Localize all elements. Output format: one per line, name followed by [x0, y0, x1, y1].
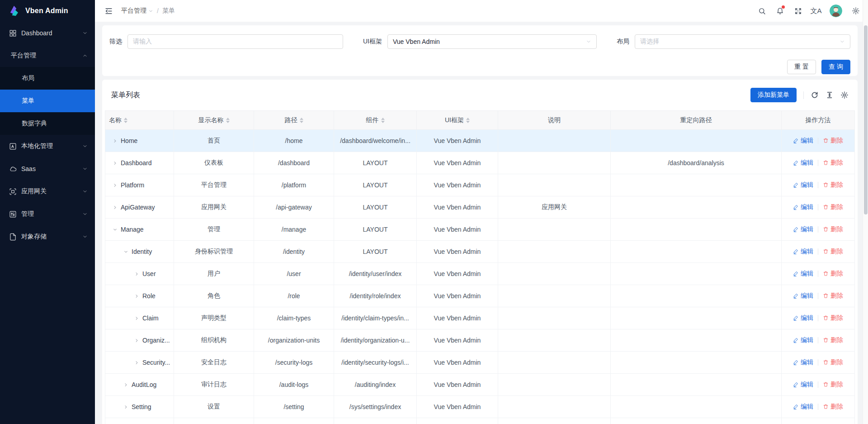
sort-carets-icon[interactable]	[124, 118, 127, 123]
sort-carets-icon[interactable]	[300, 118, 303, 123]
filter-input[interactable]: 请输入	[127, 34, 343, 49]
app-logo[interactable]: Vben Admin	[0, 0, 95, 22]
table-row[interactable]: User用户/user/identity/user/indexVue Vben …	[105, 263, 855, 285]
edit-button[interactable]: 编辑	[793, 203, 813, 211]
sort-carets-icon[interactable]	[226, 118, 230, 123]
expand-row-icon[interactable]	[134, 272, 139, 276]
expand-row-icon[interactable]	[134, 294, 139, 299]
edit-button[interactable]: 编辑	[793, 381, 813, 389]
table-row[interactable]: Home首页/home/dashboard/welcome/in...Vue V…	[105, 130, 855, 152]
table-row[interactable]: Dashboard仪表板/dashboardLAYOUTVue Vben Adm…	[105, 152, 855, 174]
delete-button[interactable]: 删除	[823, 314, 843, 322]
sidebar-item-菜单[interactable]: 菜单	[0, 90, 95, 112]
edit-button[interactable]: 编辑	[793, 403, 813, 411]
expand-row-icon[interactable]	[113, 138, 118, 143]
table-row[interactable]: ApiGateway应用网关/api-gatewayLAYOUTVue Vben…	[105, 196, 855, 219]
edit-button[interactable]: 编辑	[793, 314, 813, 322]
sidebar-item-Saas[interactable]: Saas	[0, 157, 95, 180]
table-row[interactable]: AuditLog审计日志/audit-logs/auditing/indexVu…	[105, 374, 855, 396]
edit-button[interactable]: 编辑	[793, 225, 813, 233]
table-row[interactable]: Platform平台管理/platformLAYOUTVue Vben Admi…	[105, 174, 855, 196]
sidebar-item-对象存储[interactable]: 对象存储	[0, 225, 95, 248]
sidebar-item-布局[interactable]: 布局	[0, 67, 95, 90]
column-header-2[interactable]: 路径	[254, 111, 334, 130]
column-header-4[interactable]: UI框架	[417, 111, 498, 130]
table-row[interactable]: Security...安全日志/security-logs/identity/s…	[105, 352, 855, 374]
delete-button[interactable]: 删除	[823, 270, 843, 278]
row-height-button[interactable]	[826, 91, 834, 99]
expand-row-icon[interactable]	[134, 316, 139, 321]
column-header-0[interactable]: 名称	[105, 111, 174, 130]
sidebar-item-本地化管理[interactable]: 本地化管理	[0, 135, 95, 157]
table-row[interactable]: Setting设置/setting/sys/settings/indexVue …	[105, 396, 855, 418]
delete-button[interactable]: 删除	[823, 159, 843, 167]
delete-button[interactable]: 删除	[823, 137, 843, 145]
edit-button[interactable]: 编辑	[793, 137, 813, 145]
delete-button[interactable]: 删除	[823, 203, 843, 211]
sidebar-item-label: 平台管理	[11, 52, 82, 60]
refresh-button[interactable]	[811, 91, 819, 99]
column-header-3[interactable]: 组件	[334, 111, 417, 130]
table-row[interactable]: Role角色/role/identity/role/indexVue Vben …	[105, 285, 855, 307]
table-row[interactable]: Claim声明类型/claim-types/identity/claim-typ…	[105, 307, 855, 329]
tree-node: User	[109, 270, 170, 277]
notifications-button[interactable]	[773, 4, 787, 18]
edit-button[interactable]: 编辑	[793, 181, 813, 189]
delete-button[interactable]: 删除	[823, 336, 843, 344]
sidebar-item-管理[interactable]: 管理	[0, 203, 95, 225]
delete-button[interactable]: 删除	[823, 225, 843, 233]
edit-button[interactable]: 编辑	[793, 336, 813, 344]
sidebar-collapse-button[interactable]	[101, 4, 116, 18]
expand-row-icon[interactable]	[113, 183, 118, 188]
scrollbar-thumb[interactable]	[864, 25, 868, 214]
table-row[interactable]	[105, 418, 855, 424]
expand-row-icon[interactable]	[113, 205, 118, 210]
add-menu-button[interactable]: 添加新菜单	[750, 88, 797, 102]
cell-empty	[174, 418, 254, 424]
table-row[interactable]: Identity身份标识管理/identityLAYOUTVue Vben Ad…	[105, 241, 855, 263]
table-row[interactable]: Manage管理/manageLAYOUTVue Vben Admin编辑删除	[105, 219, 855, 241]
reset-button[interactable]: 重 置	[787, 60, 816, 74]
ui-framework-select[interactable]: Vue Vben Admin	[387, 34, 597, 49]
avatar[interactable]	[830, 5, 842, 17]
layout-select[interactable]: 请选择	[635, 34, 850, 49]
fullscreen-button[interactable]	[791, 4, 805, 18]
delete-button[interactable]: 删除	[823, 381, 843, 389]
expand-row-icon[interactable]	[113, 161, 118, 166]
table-row[interactable]: Organiz...组织机构/organization-units/identi…	[105, 329, 855, 352]
collapse-row-icon[interactable]	[123, 249, 128, 254]
sidebar-item-应用网关[interactable]: 应用网关	[0, 180, 95, 203]
page-scrollbar[interactable]	[863, 0, 868, 424]
expand-row-icon[interactable]	[123, 382, 128, 387]
column-header-1[interactable]: 显示名称	[174, 111, 254, 130]
edit-button[interactable]: 编辑	[793, 248, 813, 256]
delete-button[interactable]: 删除	[823, 181, 843, 189]
delete-button[interactable]: 删除	[823, 292, 843, 300]
expand-row-icon[interactable]	[123, 405, 128, 410]
edit-button[interactable]: 编辑	[793, 358, 813, 367]
edit-button[interactable]: 编辑	[793, 159, 813, 167]
action-divider	[818, 248, 818, 255]
search-button[interactable]	[755, 4, 769, 18]
delete-button[interactable]: 删除	[823, 358, 843, 367]
sidebar-item-Dashboard[interactable]: Dashboard	[0, 22, 95, 44]
expand-row-icon[interactable]	[134, 360, 139, 365]
edit-button[interactable]: 编辑	[793, 292, 813, 300]
sidebar-item-平台管理[interactable]: 平台管理	[0, 44, 95, 67]
gateway-icon	[9, 188, 17, 195]
settings-button[interactable]	[849, 4, 863, 18]
collapse-row-icon[interactable]	[113, 227, 118, 232]
sidebar: Vben Admin Dashboard平台管理布局菜单数据字典本地化管理Saa…	[0, 0, 95, 424]
expand-row-icon[interactable]	[134, 338, 139, 343]
column-settings-button[interactable]	[840, 91, 849, 99]
delete-button[interactable]: 删除	[823, 403, 843, 411]
edit-button[interactable]: 编辑	[793, 270, 813, 278]
row-actions: 编辑删除	[793, 336, 843, 344]
sidebar-item-数据字典[interactable]: 数据字典	[0, 112, 95, 135]
breadcrumb-parent[interactable]: 平台管理	[121, 7, 153, 15]
language-button[interactable]: 文A	[809, 4, 823, 18]
sort-carets-icon[interactable]	[466, 118, 470, 123]
sort-carets-icon[interactable]	[381, 118, 385, 123]
delete-button[interactable]: 删除	[823, 248, 843, 256]
query-button[interactable]: 查 询	[821, 60, 850, 74]
